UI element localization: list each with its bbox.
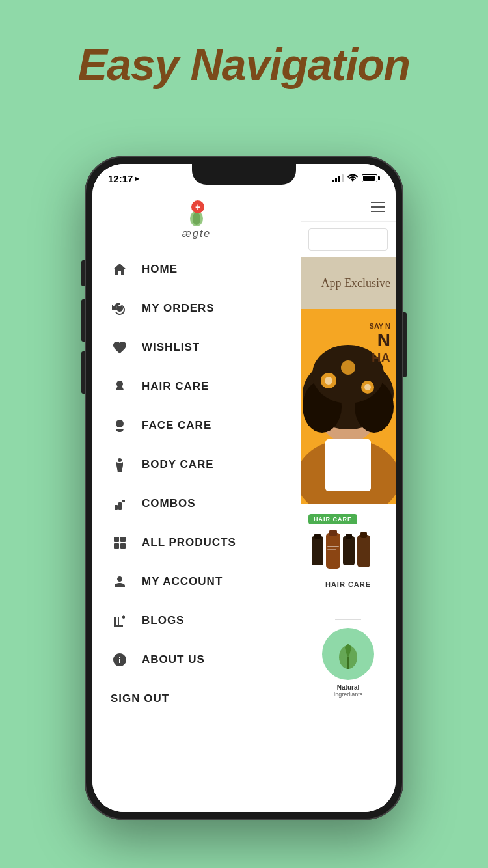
heart-icon: [111, 338, 129, 357]
svg-rect-7: [122, 500, 125, 502]
hamburger-line-2: [371, 206, 385, 208]
promo-banner: App Exclusive: [301, 257, 396, 309]
sidebar-item-label-hair-care: HAIR CARE: [142, 380, 209, 393]
svg-rect-27: [326, 533, 340, 569]
right-header: [301, 193, 396, 222]
sidebar-item-label-wishlist: WISHLIST: [142, 341, 200, 354]
natural-circle: [322, 628, 374, 680]
sidebar-item-label-combos: COMBOS: [142, 497, 196, 510]
battery-icon: [362, 174, 380, 182]
status-icons: [332, 174, 380, 183]
sidebar-item-label-my-account: MY ACCOUNT: [142, 575, 223, 588]
power-btn: [403, 312, 407, 377]
svg-rect-33: [327, 546, 339, 547]
svg-point-12: [122, 616, 125, 619]
logo-text: ægte: [182, 228, 211, 239]
hair-care-badge: HAIR CARE: [308, 514, 357, 524]
nav-drawer: + ægte: [92, 193, 301, 812]
signal-icon: [332, 174, 344, 182]
sidebar-item-label-my-orders: MY ORDERS: [142, 302, 215, 315]
svg-point-1: [193, 212, 200, 225]
svg-rect-9: [120, 537, 126, 542]
promo-text: App Exclusive: [321, 277, 390, 290]
sidebar-item-body-care[interactable]: BODY CARE: [103, 445, 290, 484]
wifi-icon: [347, 174, 358, 183]
hair-ha-text: HA: [370, 351, 390, 366]
svg-rect-30: [346, 534, 352, 539]
sidebar-item-all-products[interactable]: ALL PRODUCTS: [103, 523, 290, 562]
svg-rect-6: [118, 502, 122, 510]
hair-no-text: N: [370, 330, 390, 351]
logo-container: + ægte: [182, 206, 211, 239]
combos-icon: [111, 495, 129, 513]
svg-rect-8: [114, 537, 119, 542]
hair-banner: SAY N N HA: [301, 309, 396, 504]
sidebar-item-label-all-products: ALL PRODUCTS: [142, 536, 236, 549]
info-icon: [111, 651, 129, 669]
natural-leaf-icon: [332, 638, 364, 670]
sidebar-item-home[interactable]: HOME: [103, 250, 290, 289]
svg-point-2: [116, 381, 123, 387]
phone-mockup: 12:17 ▸: [85, 156, 403, 820]
account-icon: [111, 573, 129, 591]
ingrediants-text: Ingrediants: [334, 691, 363, 698]
sidebar-item-about-us[interactable]: ABOUT US: [103, 640, 290, 679]
phone-notch: [192, 164, 296, 185]
product-bottles-illustration: [308, 530, 380, 575]
hamburger-icon[interactable]: [371, 202, 385, 212]
sidebar-item-label-face-care: FACE CARE: [142, 419, 211, 432]
hair-care-card: HAIR CARE: [301, 504, 396, 608]
status-time: 12:17 ▸: [108, 173, 139, 184]
right-panel: App Exclusive SAY N N HA: [301, 193, 396, 812]
grid-icon: [111, 534, 129, 552]
page-title: Easy Navigation: [0, 0, 488, 90]
natural-ingredients-section: Natural Ingrediants: [301, 608, 396, 708]
home-icon: [111, 260, 129, 278]
sidebar-item-my-orders[interactable]: MY ORDERS: [103, 289, 290, 328]
svg-rect-28: [329, 530, 337, 536]
svg-rect-10: [114, 543, 119, 549]
body-icon: [111, 455, 129, 474]
svg-point-23: [341, 360, 355, 375]
nav-logo: + ægte: [92, 193, 301, 250]
screen-content: + ægte: [92, 193, 396, 812]
hair-care-products: [308, 530, 388, 575]
svg-rect-34: [327, 549, 336, 550]
sidebar-item-label-about-us: ABOUT US: [142, 653, 205, 666]
svg-point-4: [118, 458, 122, 462]
hair-care-title: HAIR CARE: [308, 580, 388, 588]
hamburger-line-3: [371, 211, 385, 212]
blogs-icon: [111, 612, 129, 630]
orders-icon: [111, 299, 129, 318]
divider: [335, 619, 361, 620]
sign-out-item[interactable]: SIGN OUT: [92, 682, 301, 716]
phone-screen: 12:17 ▸: [92, 164, 396, 812]
sidebar-item-my-account[interactable]: MY ACCOUNT: [103, 562, 290, 601]
hamburger-line-1: [371, 202, 385, 203]
svg-rect-26: [314, 534, 321, 539]
svg-rect-31: [357, 535, 370, 567]
natural-text: Natural: [337, 684, 359, 691]
sign-out-label: SIGN OUT: [111, 692, 169, 705]
face-icon: [111, 416, 129, 435]
svg-point-3: [116, 420, 124, 427]
hair-banner-text: SAY N N HA: [370, 322, 390, 366]
sidebar-item-label-body-care: BODY CARE: [142, 458, 214, 471]
svg-rect-32: [360, 532, 367, 538]
sidebar-item-face-care[interactable]: FACE CARE: [103, 406, 290, 445]
svg-point-20: [325, 377, 332, 385]
svg-rect-29: [343, 536, 355, 565]
sidebar-item-label-home: HOME: [142, 263, 178, 276]
hair-say-text: SAY N: [370, 322, 390, 330]
sidebar-item-wishlist[interactable]: WISHLIST: [103, 328, 290, 367]
hair-icon: [111, 377, 129, 396]
location-arrow-icon: ▸: [135, 174, 139, 183]
sidebar-item-blogs[interactable]: BLOGS: [103, 601, 290, 640]
search-bar[interactable]: [308, 228, 388, 251]
sidebar-item-hair-care[interactable]: HAIR CARE: [103, 367, 290, 406]
svg-rect-24: [325, 439, 371, 491]
svg-rect-5: [115, 505, 118, 510]
sidebar-item-combos[interactable]: COMBOS: [103, 484, 290, 523]
svg-rect-25: [312, 536, 323, 565]
nav-items-list: HOME MY ORDERS WISHLIST: [92, 250, 301, 679]
